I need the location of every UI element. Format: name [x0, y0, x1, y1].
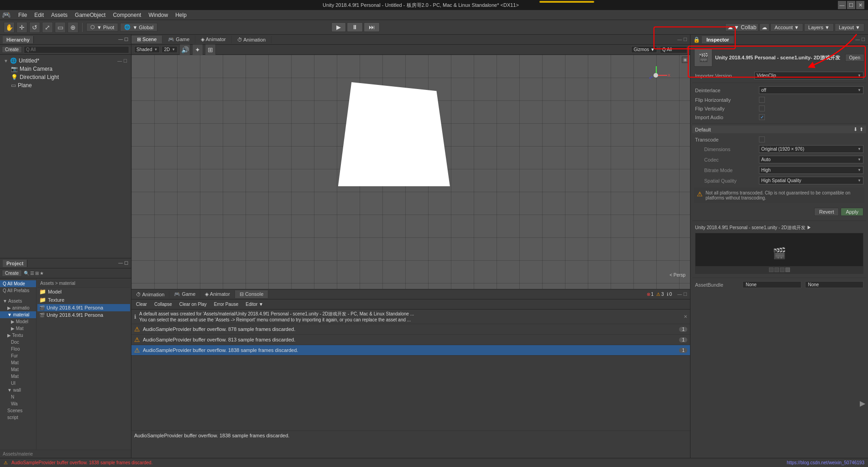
filter-all-prefabs[interactable]: Q All Prefabs	[0, 287, 36, 294]
clear-on-play-button[interactable]: Clear on Play	[177, 301, 209, 307]
scene-fx-button[interactable]: ✦	[192, 44, 203, 55]
move-tool-button[interactable]: ✛	[16, 22, 27, 33]
cloud-button[interactable]: ☁	[759, 23, 769, 31]
gizmos-dropdown[interactable]: Gizmos ▼	[631, 46, 657, 53]
hierarchy-item-camera[interactable]: 📷 Main Camera	[7, 65, 131, 73]
project-folder-ui[interactable]: UI	[0, 380, 36, 387]
maximize-button[interactable]: ☐	[847, 1, 855, 9]
project-folder-mat3[interactable]: Mat	[0, 366, 36, 373]
upload-icon[interactable]: ⬆	[859, 126, 863, 132]
hierarchy-tab[interactable]: Hierarchy	[3, 36, 34, 43]
project-file-unity1[interactable]: 🎬 Unity 2018.4.9f1 Persona	[37, 304, 130, 311]
menu-gameobject[interactable]: GameObject	[71, 11, 109, 19]
spatial-dropdown[interactable]: High Spatial Quality ▼	[759, 177, 863, 184]
project-file-model[interactable]: 📁 Model	[37, 288, 130, 296]
scene-grid-button[interactable]: ⊞	[205, 44, 216, 55]
filter-all-mode[interactable]: Q All Mode	[0, 280, 36, 287]
rect-tool-button[interactable]: ▭	[55, 22, 66, 33]
global-button[interactable]: 🌐 ▼ Global	[120, 23, 157, 31]
project-folder-mat2[interactable]: Mat	[0, 359, 36, 366]
hierarchy-item-untitled[interactable]: ▼ 🌐 Untitled* — ☐	[0, 57, 131, 65]
project-assets-root[interactable]: ▼ Assets	[0, 298, 36, 304]
codec-dropdown[interactable]: Auto ▼	[759, 156, 863, 163]
hierarchy-create-button[interactable]: Create	[2, 46, 22, 53]
tab-console-animation[interactable]: ⏱ Animation	[131, 291, 169, 298]
console-item-warning-1[interactable]: ⚠ AudioSampleProvider buffer overflow. 8…	[131, 324, 690, 335]
project-folder-floo[interactable]: Floo	[0, 346, 36, 352]
menu-edit[interactable]: Edit	[31, 11, 47, 19]
menu-assets[interactable]: Assets	[47, 11, 71, 19]
dimensions-dropdown[interactable]: Original (1920 × 976) ▼	[759, 145, 863, 153]
account-button[interactable]: Account ▼	[770, 23, 803, 31]
project-folder-fur[interactable]: Fur	[0, 352, 36, 359]
tab-console-game[interactable]: 🎮 Game	[169, 290, 200, 298]
tab-console-animator[interactable]: ◈ Animator	[200, 290, 235, 298]
asset-bundle-variant-dropdown[interactable]: None	[805, 281, 864, 288]
tab-scene[interactable]: ⊞ Scene	[131, 36, 162, 43]
project-folder-n[interactable]: N	[0, 394, 36, 400]
collab-button[interactable]: ☁ ▼ Collab	[725, 23, 758, 31]
project-folder-wa[interactable]: Wa	[0, 400, 36, 407]
flip-h-checkbox[interactable]	[759, 97, 765, 103]
tab-game[interactable]: 🎮 Game	[162, 36, 195, 43]
close-button[interactable]: ✕	[856, 1, 864, 9]
tab-animator[interactable]: ◈ Animator	[195, 36, 231, 43]
project-folder-material[interactable]: ▼ material	[0, 311, 36, 318]
scene-search-input[interactable]: Q All	[660, 46, 687, 53]
project-folder-mat[interactable]: ▶ Mat	[0, 325, 36, 332]
scene-audio-button[interactable]: 🔊	[179, 44, 190, 55]
tab-console-console[interactable]: ⊟ Console	[235, 290, 268, 298]
download-icon[interactable]: ⬇	[853, 126, 858, 132]
console-item-warning-2[interactable]: ⚠ AudioSampleProvider buffer overflow. 8…	[131, 335, 690, 345]
pause-button[interactable]: ⏸	[347, 22, 363, 32]
preview-arrow-right[interactable]: ▶	[860, 399, 865, 408]
project-create-button[interactable]: Create	[2, 270, 22, 277]
shading-dropdown[interactable]: Shaded ▼	[134, 46, 160, 53]
gizmo-widget[interactable]: X Z	[644, 64, 667, 87]
menu-component[interactable]: Component	[109, 11, 145, 19]
menu-window[interactable]: Window	[145, 11, 172, 19]
hierarchy-item-light[interactable]: 💡 Directional Light	[7, 73, 131, 81]
step-button[interactable]: ⏭	[364, 22, 380, 32]
project-file-texture[interactable]: 📁 Texture	[37, 296, 130, 304]
project-folder-mat4[interactable]: Mat	[0, 373, 36, 380]
deinterlace-dropdown[interactable]: off ▼	[759, 86, 863, 94]
hierarchy-item-plane[interactable]: ▭ Plane	[7, 81, 131, 89]
revert-button[interactable]: Revert	[814, 208, 839, 216]
project-folder-doc[interactable]: Doc	[0, 339, 36, 346]
project-folder-scenes[interactable]: Scenes	[0, 407, 36, 414]
console-item-warning-3[interactable]: ⚠ AudioSampleProvider buffer overflow. 1…	[131, 345, 690, 356]
menu-help[interactable]: Help	[172, 11, 190, 19]
project-folder-wall[interactable]: ▼ wall	[0, 387, 36, 394]
transcode-checkbox[interactable]	[759, 136, 765, 142]
play-button[interactable]: ▶	[331, 22, 346, 32]
status-link[interactable]: https://blog.csdn.net/weixin_50746193	[787, 460, 864, 465]
scene-maximize-button[interactable]: ⊞	[682, 57, 688, 63]
project-folder-model[interactable]: ▶ Model	[0, 318, 36, 325]
rotate-tool-button[interactable]: ↺	[29, 22, 40, 33]
collapse-button[interactable]: Collapse	[152, 301, 175, 307]
tab-animation[interactable]: ⏱ Animation	[232, 36, 272, 43]
importer-version-dropdown[interactable]: VideoClip ▼	[754, 72, 863, 79]
inspector-tab[interactable]: Inspector	[702, 36, 734, 43]
import-audio-checkbox[interactable]: ✓	[759, 114, 765, 120]
window-controls[interactable]: — ☐ ✕	[838, 1, 864, 9]
console-item-info[interactable]: ℹ A default asset was created for 'Asset…	[131, 310, 690, 324]
flip-v-checkbox[interactable]	[759, 105, 765, 111]
apply-button[interactable]: Apply	[841, 208, 863, 216]
clear-button[interactable]: Clear	[133, 301, 150, 307]
bitrate-dropdown[interactable]: High ▼	[759, 166, 863, 174]
layers-button[interactable]: Layers ▼	[804, 23, 834, 31]
asset-bundle-dropdown[interactable]: None	[743, 281, 801, 288]
scale-tool-button[interactable]: ⤢	[42, 22, 53, 33]
error-pause-button[interactable]: Error Pause	[211, 301, 241, 307]
project-tab[interactable]: Project	[3, 260, 27, 267]
open-button[interactable]: Open	[845, 54, 864, 62]
project-file-unity2[interactable]: 🎬 Unity 2018.4.9f1 Persona	[37, 311, 130, 319]
project-folder-animatio[interactable]: ▶ animatio	[0, 304, 36, 311]
project-folder-textu[interactable]: ▶ Textu	[0, 332, 36, 339]
transform-tool-button[interactable]: ⊕	[68, 22, 78, 33]
menu-file[interactable]: File	[15, 11, 31, 19]
hand-tool-button[interactable]: ✋	[4, 22, 15, 33]
pivot-button[interactable]: ⬡ ▼ Pivot	[86, 23, 118, 31]
